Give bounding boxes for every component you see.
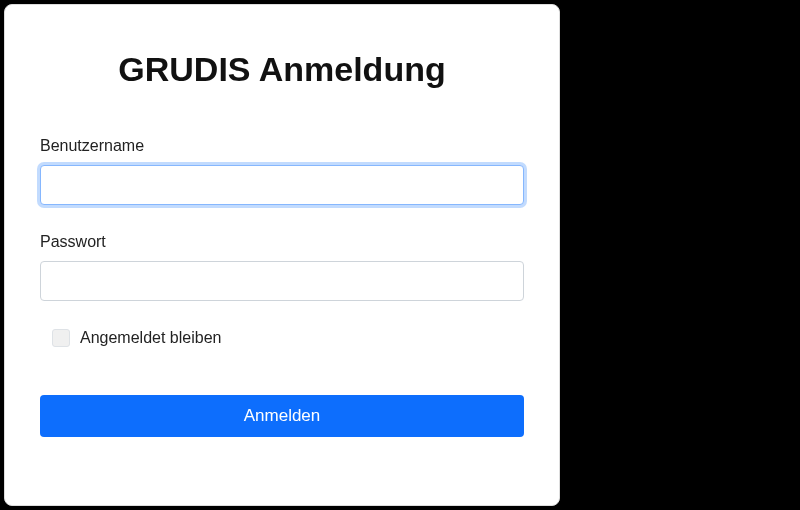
remember-label[interactable]: Angemeldet bleiben bbox=[80, 329, 221, 347]
remember-row: Angemeldet bleiben bbox=[40, 329, 524, 347]
login-button[interactable]: Anmelden bbox=[40, 395, 524, 437]
remember-checkbox[interactable] bbox=[52, 329, 70, 347]
password-input[interactable] bbox=[40, 261, 524, 301]
username-group: Benutzername bbox=[40, 137, 524, 205]
password-group: Passwort bbox=[40, 233, 524, 301]
login-panel: GRUDIS Anmeldung Benutzername Passwort A… bbox=[4, 4, 560, 506]
username-input[interactable] bbox=[40, 165, 524, 205]
username-label: Benutzername bbox=[40, 137, 524, 155]
password-label: Passwort bbox=[40, 233, 524, 251]
page-title: GRUDIS Anmeldung bbox=[40, 50, 524, 89]
